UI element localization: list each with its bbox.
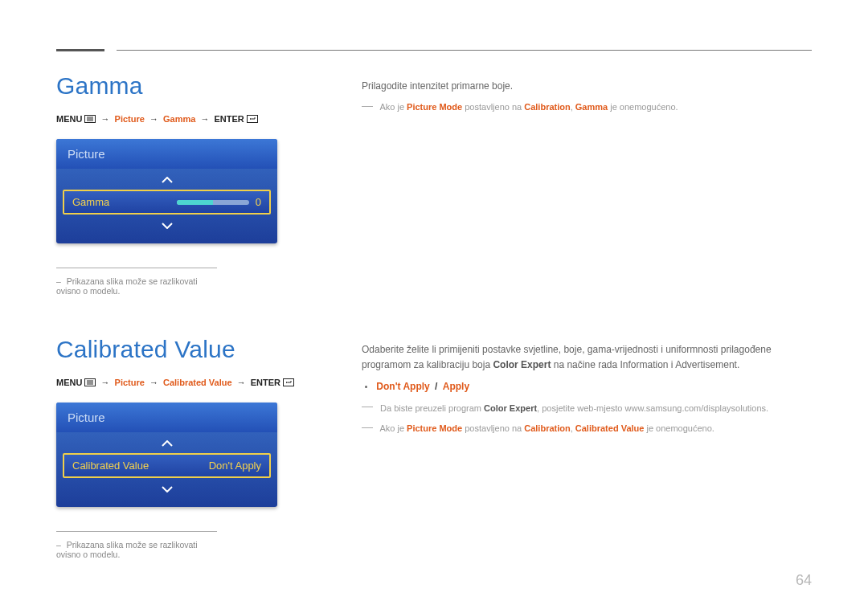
arrow-icon: → — [147, 378, 161, 387]
enter-icon — [247, 115, 258, 125]
disclaimer-text: Prikazana slika može se razlikovati ovis… — [56, 276, 198, 296]
calibrated-note-2: Ako je Picture Mode postavljeno na Calib… — [362, 422, 812, 436]
gamma-slider-fill — [177, 200, 213, 205]
breadcrumb-enter: ENTER — [214, 114, 244, 124]
osd-row-value: Don't Apply — [209, 460, 261, 472]
calibrated-intro-text: Odaberite želite li primijeniti postavke… — [362, 342, 812, 373]
section-calibrated: Calibrated Value MENU → Picture → Calibr… — [56, 336, 812, 559]
arrow-icon: → — [147, 114, 161, 124]
chevron-down-icon — [162, 486, 173, 492]
chevron-up-icon — [162, 440, 173, 447]
dash-icon: – — [56, 540, 64, 550]
osd-row-calibrated[interactable]: Calibrated Value Don't Apply — [63, 453, 271, 478]
calibrated-note-1: Da biste preuzeli program Color Expert, … — [362, 402, 812, 416]
breadcrumb-calibrated: Calibrated Value — [163, 378, 232, 387]
section-gamma: Gamma MENU → Picture → Gamma → ENTER Pic… — [56, 72, 812, 296]
osd-row-label: Gamma — [72, 196, 109, 208]
arrow-icon: → — [99, 114, 113, 124]
menu-icon — [84, 115, 96, 125]
breadcrumb-menu: MENU — [56, 114, 82, 124]
chevron-down-icon — [162, 223, 173, 229]
osd-row-value: 0 — [256, 196, 261, 208]
bullet-icon — [365, 386, 367, 388]
osd-header: Picture — [56, 403, 277, 432]
disclaimer-text: Prikazana slika može se razlikovati ovis… — [56, 540, 198, 559]
calibrated-left-column: Calibrated Value MENU → Picture → Calibr… — [56, 336, 313, 559]
arrow-icon: → — [235, 378, 248, 387]
option-dont-apply: Don't Apply — [376, 381, 429, 392]
breadcrumb-picture: Picture — [115, 378, 145, 387]
page-number: 64 — [796, 572, 812, 589]
breadcrumb-gamma: Gamma — [163, 114, 195, 124]
breadcrumb-menu: MENU — [56, 378, 82, 387]
gamma-title: Gamma — [56, 72, 313, 100]
arrow-icon: → — [99, 378, 113, 387]
osd-header: Picture — [56, 139, 277, 169]
calibrated-disclaimer: – Prikazana slika može se razlikovati ov… — [56, 531, 217, 559]
gamma-note: Ako je Picture Mode postavljeno na Calib… — [362, 100, 812, 115]
top-rule-thick — [56, 49, 104, 51]
enter-icon — [283, 378, 294, 388]
chevron-up-icon — [162, 177, 173, 183]
menu-icon — [84, 378, 96, 388]
osd-arrow-down[interactable] — [56, 215, 277, 235]
breadcrumb-enter: ENTER — [251, 378, 280, 387]
dash-icon: – — [56, 276, 64, 286]
calibrated-title: Calibrated Value — [56, 336, 313, 363]
calibrated-osd: Picture Calibrated Value Don't Apply — [56, 403, 277, 507]
note-dash-icon — [362, 106, 373, 107]
osd-arrow-down[interactable] — [56, 478, 277, 499]
note-dash-icon — [362, 407, 373, 407]
calibrated-description: Odaberite želite li primijeniti postavke… — [362, 336, 812, 443]
gamma-breadcrumb: MENU → Picture → Gamma → ENTER — [56, 114, 313, 125]
gamma-osd: Picture Gamma 0 — [56, 139, 277, 243]
note-dash-icon — [362, 427, 373, 428]
gamma-disclaimer: – Prikazana slika može se razlikovati ov… — [56, 268, 217, 296]
osd-row-label: Calibrated Value — [72, 460, 149, 472]
osd-arrow-up[interactable] — [56, 169, 277, 190]
gamma-left-column: Gamma MENU → Picture → Gamma → ENTER Pic… — [56, 72, 313, 296]
gamma-description: Prilagodite intenzitet primarne boje. Ak… — [362, 72, 812, 121]
calibrated-options: Don't Apply / Apply — [362, 379, 812, 394]
breadcrumb-picture: Picture — [115, 114, 145, 124]
osd-row-gamma[interactable]: Gamma 0 — [63, 190, 271, 215]
gamma-slider[interactable] — [177, 200, 249, 205]
top-rule-thin — [117, 50, 812, 51]
option-apply: Apply — [443, 381, 469, 392]
top-rule — [56, 50, 812, 51]
calibrated-breadcrumb: MENU → Picture → Calibrated Value → ENTE… — [56, 378, 313, 388]
osd-arrow-up[interactable] — [56, 432, 277, 453]
slash-separator: / — [432, 381, 440, 392]
gamma-intro-text: Prilagodite intenzitet primarne boje. — [362, 79, 812, 94]
arrow-icon: → — [198, 114, 211, 124]
